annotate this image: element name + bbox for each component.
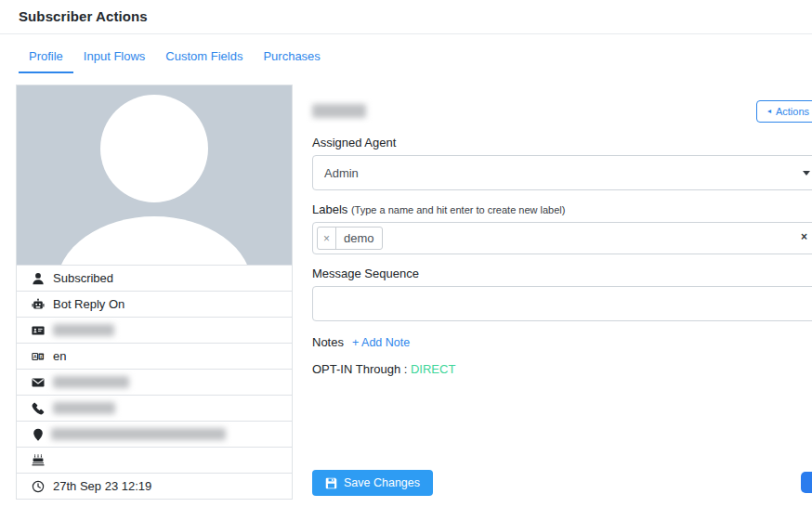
tab-input-flows[interactable]: Input Flows	[73, 43, 155, 73]
save-changes-button[interactable]: Save Changes	[312, 470, 433, 496]
tab-bar: Profile Input Flows Custom Fields Purcha…	[0, 43, 812, 73]
optin-label: OPT-IN Through :	[312, 362, 411, 376]
location-redacted	[51, 428, 226, 440]
id-card-icon	[31, 324, 45, 337]
avatar-head-shape	[100, 95, 208, 202]
subscribed-date-row: 27th Sep 23 12:19	[17, 473, 292, 499]
labels-label: Labels (Type a name and hit enter to cre…	[312, 202, 812, 216]
subscriber-id-redacted	[53, 324, 114, 336]
save-changes-label: Save Changes	[344, 476, 420, 489]
form-top-row: ◂ Actions	[312, 98, 812, 124]
caret-left-icon: ◂	[767, 108, 771, 115]
language-icon: AB	[31, 350, 45, 363]
notes-row: Notes + Add Note	[312, 335, 812, 349]
actions-button-label: Actions	[776, 106, 809, 117]
actions-button[interactable]: ◂ Actions	[756, 100, 812, 123]
notes-label: Notes	[312, 335, 344, 349]
labels-hint: (Type a name and hit enter to create new…	[351, 204, 566, 215]
location-row	[17, 421, 292, 447]
tab-purchases[interactable]: Purchases	[253, 43, 330, 73]
page-title: Subscriber Actions	[19, 8, 793, 24]
chat-widget-button[interactable]	[801, 472, 812, 493]
email-row	[17, 369, 292, 395]
modal-header: Subscriber Actions	[0, 0, 812, 34]
user-icon	[31, 272, 45, 285]
email-redacted	[53, 376, 129, 388]
phone-redacted	[53, 402, 115, 414]
save-icon	[325, 477, 337, 489]
bot-reply-row: Bot Reply On	[17, 291, 292, 317]
assigned-agent-label: Assigned Agent	[312, 136, 812, 150]
subscribed-date: 27th Sep 23 12:19	[53, 479, 151, 493]
labels-input[interactable]: × demo ×	[312, 222, 812, 254]
svg-text:A: A	[33, 353, 36, 358]
profile-form: ◂ Actions Assigned Agent Admin Labels (T…	[312, 84, 812, 496]
clear-labels-icon[interactable]: ×	[801, 231, 807, 242]
content-area: Subscribed Bot Reply On AB en	[0, 73, 812, 500]
tab-profile[interactable]: Profile	[19, 43, 73, 73]
message-sequence-input[interactable]	[312, 286, 812, 321]
language-row: AB en	[17, 343, 292, 369]
robot-icon	[31, 298, 45, 311]
subscriber-actions-page: Subscriber Actions Profile Input Flows C…	[0, 0, 812, 507]
optin-value: DIRECT	[411, 362, 455, 376]
message-sequence-label: Message Sequence	[312, 266, 812, 280]
subscriber-name-redacted	[312, 104, 366, 118]
bot-reply-status: Bot Reply On	[53, 297, 124, 311]
label-chip: × demo	[317, 227, 383, 250]
optin-row: OPT-IN Through : DIRECT	[312, 362, 812, 376]
envelope-icon	[31, 376, 45, 389]
location-icon	[31, 428, 45, 441]
subscription-status: Subscribed	[53, 271, 113, 285]
subscriber-summary-card: Subscribed Bot Reply On AB en	[16, 84, 293, 500]
add-note-link[interactable]: + Add Note	[352, 336, 410, 349]
remove-label-icon[interactable]: ×	[318, 228, 336, 249]
assigned-agent-value: Admin	[324, 166, 359, 180]
avatar-shoulders-shape	[57, 216, 252, 265]
assigned-agent-select[interactable]: Admin	[312, 155, 812, 190]
phone-icon	[31, 402, 45, 415]
tab-custom-fields[interactable]: Custom Fields	[155, 43, 253, 73]
avatar	[17, 85, 292, 265]
label-chip-text: demo	[336, 228, 382, 249]
chevron-down-icon	[803, 171, 810, 176]
subscriber-id-row	[17, 317, 292, 343]
birthday-row	[17, 447, 292, 473]
phone-row	[17, 395, 292, 421]
birthday-cake-icon	[31, 454, 45, 467]
language-value: en	[53, 349, 66, 363]
clock-icon	[31, 480, 45, 493]
subscription-status-row: Subscribed	[17, 265, 292, 291]
svg-text:B: B	[39, 353, 43, 358]
